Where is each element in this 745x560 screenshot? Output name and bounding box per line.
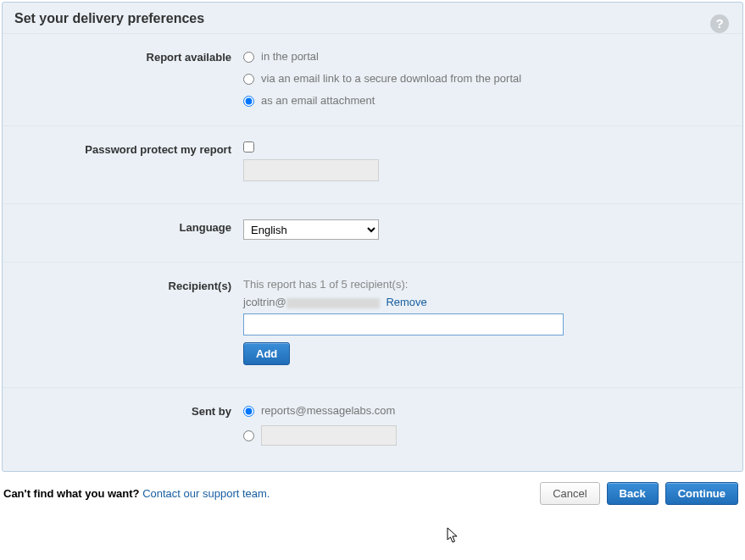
radio-attachment-label: as an email attachment [261, 93, 375, 108]
radio-in-portal-label: in the portal [261, 49, 319, 64]
recipient-email-redacted: hidden [286, 298, 380, 308]
panel-title: Set your delivery preferences [14, 11, 204, 25]
footer-bar: Can't find what you want? Contact our su… [2, 474, 743, 513]
footer-prompt: Can't find what you want? [3, 487, 140, 500]
label-report-available: Report available [14, 49, 243, 64]
checkbox-password-protect[interactable] [243, 141, 254, 152]
recipients-count-text: This report has 1 of 5 recipient(s): [243, 278, 731, 291]
password-input[interactable] [243, 159, 379, 181]
label-sent-by: Sent by [14, 403, 243, 418]
label-language: Language [14, 219, 243, 234]
radio-email-link[interactable] [243, 74, 254, 85]
back-button[interactable]: Back [607, 482, 659, 505]
section-language: Language English [3, 203, 742, 262]
radio-email-link-label: via an email link to a secure download f… [261, 71, 521, 86]
panel-header: Set your delivery preferences ? [3, 3, 742, 33]
sentby-default-label: reports@messagelabs.com [261, 403, 395, 419]
continue-button[interactable]: Continue [665, 482, 738, 505]
section-recipients: Recipient(s) This report has 1 of 5 reci… [3, 262, 742, 387]
radio-sentby-default[interactable] [243, 406, 254, 417]
radio-in-portal[interactable] [243, 52, 254, 63]
section-sent-by: Sent by reports@messagelabs.com [3, 387, 742, 471]
label-recipients: Recipient(s) [14, 278, 243, 292]
label-password-protect: Password protect my report [14, 141, 243, 156]
recipient-input[interactable] [243, 313, 564, 335]
contact-support-link[interactable]: Contact our support team. [142, 487, 270, 500]
section-report-available: Report available in the portal via an em… [3, 33, 742, 125]
radio-attachment[interactable] [243, 96, 254, 107]
cancel-button[interactable]: Cancel [540, 482, 599, 505]
recipient-email-prefix: jcoltrin@ [243, 296, 286, 308]
help-icon[interactable]: ? [710, 14, 729, 33]
recipient-entry: jcoltrin@hidden Remove [243, 296, 731, 308]
add-recipient-button[interactable]: Add [243, 342, 290, 365]
sentby-custom-input[interactable] [261, 425, 397, 446]
language-select[interactable]: English [243, 219, 379, 240]
delivery-preferences-panel: Set your delivery preferences ? Report a… [2, 2, 743, 472]
section-password-protect: Password protect my report [3, 125, 742, 203]
recipient-remove-link[interactable]: Remove [386, 296, 426, 308]
radio-sentby-custom[interactable] [243, 430, 254, 441]
